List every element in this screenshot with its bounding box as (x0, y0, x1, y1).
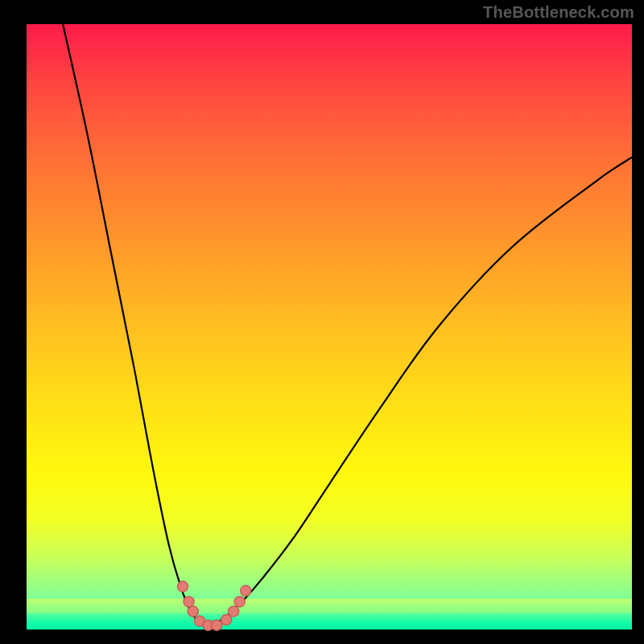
curve-right (207, 157, 632, 626)
data-marker (178, 581, 188, 592)
curve-left (63, 24, 207, 626)
data-marker (188, 606, 198, 617)
data-marker (241, 585, 251, 596)
data-marker (184, 597, 194, 607)
chart-stage: TheBottleneck.com (0, 0, 644, 644)
data-marker (212, 620, 222, 630)
curve-layer (27, 24, 632, 630)
watermark-text: TheBottleneck.com (483, 3, 634, 22)
data-marker (221, 614, 232, 625)
plot-area (27, 24, 632, 630)
marker-group (178, 581, 251, 630)
data-marker (234, 597, 245, 607)
data-marker (229, 606, 239, 617)
